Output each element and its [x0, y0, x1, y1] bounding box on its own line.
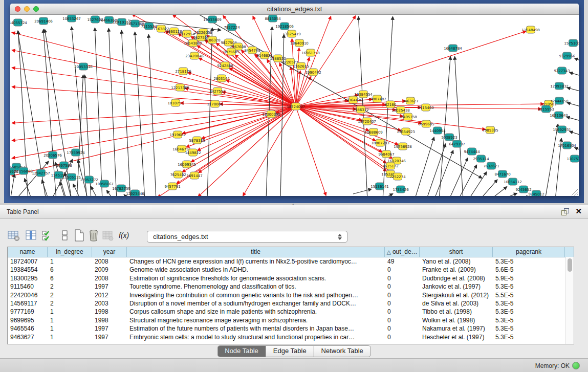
table-row[interactable]: 946554611997Estimation of the future num…: [8, 324, 574, 333]
table-row[interactable]: 946362711997Embryonic stem cells: a mode…: [8, 333, 574, 341]
network-node-label: 13325419: [282, 32, 301, 36]
network-node-label: 9115460: [418, 106, 433, 110]
table-cell: 2009: [92, 266, 127, 274]
column-header-year[interactable]: year: [92, 247, 127, 257]
tab-node-table[interactable]: Node Table: [217, 346, 266, 357]
network-node-label: 82160: [385, 103, 396, 107]
network-node-label: 10688609: [364, 130, 383, 135]
function-builder-icon[interactable]: f(x): [119, 231, 134, 247]
network-node-label: 12942757: [32, 171, 50, 176]
column-header-pagerank[interactable]: pagerank: [493, 247, 565, 257]
column-header-title[interactable]: title: [127, 247, 385, 257]
network-node-label: 9227343: [554, 69, 570, 73]
table-row[interactable]: 977716911998Corpus callosum shape and si…: [8, 308, 574, 316]
table-row[interactable]: 911546021997Tourette syndrome. Phenomeno…: [8, 282, 574, 291]
tab-edge-table[interactable]: Edge Table: [266, 346, 314, 357]
table-cell: Tibbo et al. (1998): [420, 308, 493, 316]
network-view-window: citations_edges.txt 18724007183002957163…: [10, 4, 579, 196]
network-node-label: 12923446: [126, 192, 144, 196]
table-cell: Hescheler et al. (1997): [420, 333, 493, 341]
table-cell: 2003: [92, 299, 127, 308]
table-cell: de Silva et al. (2003): [420, 299, 493, 308]
column-header-short[interactable]: short: [420, 247, 493, 257]
show-hide-columns-icon[interactable]: [41, 229, 56, 244]
table-vertical-scrollbar[interactable]: [565, 257, 574, 344]
close-panel-icon[interactable]: ✕: [575, 207, 582, 216]
network-edge: [91, 186, 98, 196]
table-cell: Tourette syndrome. Phenomenology and cla…: [127, 282, 385, 291]
table-cell: Yano et al. (2008): [420, 257, 493, 266]
new-document-icon[interactable]: [73, 229, 88, 244]
network-edge: [480, 180, 497, 196]
table-cell: 0: [385, 299, 420, 308]
network-node-label: 1919682: [169, 133, 185, 137]
node-table: namein_degreeyeartitle△out_de…shortpager…: [7, 247, 574, 344]
network-edge: [95, 28, 102, 196]
column-header-in_degree[interactable]: in_degree: [48, 247, 92, 257]
table-cell: 49: [385, 257, 420, 266]
table-cell: Estimation of the future numbers of pati…: [127, 324, 385, 333]
table-cell: 1997: [92, 333, 127, 341]
network-node-label: 1107533: [567, 157, 579, 161]
table-cell: 2012: [92, 291, 127, 299]
memory-status-label: Memory: OK: [535, 362, 570, 369]
network-node-label: 1449822: [185, 151, 201, 155]
row-view-icon[interactable]: [58, 229, 74, 244]
table-cell: 0: [385, 308, 420, 316]
network-edge: [292, 38, 296, 106]
table-cell: 9465546: [8, 324, 48, 333]
table-cell: 14569117: [8, 299, 48, 308]
table-cell: 5.3E-5: [493, 308, 565, 316]
network-edge: [545, 124, 558, 196]
column-header-name[interactable]: name: [8, 247, 48, 257]
table-panel-header: Table Panel ✕: [0, 205, 588, 219]
network-node-label: 16033809: [203, 18, 222, 22]
network-node-label: 13505135: [62, 176, 81, 180]
table-row[interactable]: 1830029562008Estimation of significance …: [8, 274, 574, 282]
select-column-icon[interactable]: [25, 229, 40, 244]
table-settings-icon[interactable]: [7, 229, 23, 244]
scrollbar-thumb[interactable]: [568, 258, 572, 272]
table-row[interactable]: 1872400712008Changes of HCN gene express…: [8, 257, 574, 266]
network-node-label: 12213369: [171, 86, 189, 90]
float-panel-icon[interactable]: [561, 208, 569, 215]
table-panel-title: Table Panel: [7, 208, 39, 215]
table-row[interactable]: 2242004622012Investigating the contribut…: [8, 291, 574, 299]
table-row[interactable]: 969969511998Structural magnetic resonanc…: [8, 316, 574, 324]
table-row[interactable]: 1456911722003Disruption of a novel membe…: [8, 299, 574, 308]
network-node-label: 19218506: [275, 25, 294, 29]
column-header-out_de[interactable]: △out_de…: [385, 247, 420, 257]
network-node-label: 8427552: [209, 90, 225, 94]
status-bar: Memory: OK: [0, 358, 588, 372]
network-node-label: 9329966: [559, 54, 575, 58]
network-edge: [296, 48, 299, 106]
network-edge: [200, 15, 482, 178]
table-cell: 1998: [92, 308, 127, 316]
network-node-label: 9699695: [418, 122, 434, 126]
tab-network-table[interactable]: Network Table: [314, 346, 371, 357]
network-window-titlebar[interactable]: citations_edges.txt: [10, 4, 579, 15]
table-cell: Nakamura et al. (1997): [420, 324, 493, 333]
table-cell: 0: [385, 333, 420, 341]
table-cell: 2: [48, 282, 92, 291]
table-cell: 0: [385, 324, 420, 333]
network-edge: [72, 27, 87, 196]
delete-icon[interactable]: [87, 229, 102, 244]
table-cell: 0: [385, 316, 420, 324]
network-node-label: 17016504: [558, 144, 576, 148]
table-cell: Jankovic et al. (1997): [420, 282, 493, 291]
network-node-label: 7857224: [224, 26, 240, 30]
table-selector-dropdown[interactable]: citations_edges.txt: [147, 231, 347, 243]
table-cell: 5.3E-5: [493, 333, 565, 341]
network-edge: [121, 30, 130, 196]
network-edge: [229, 68, 296, 106]
network-canvas[interactable]: 1872400718300295716382288601288912954232…: [10, 15, 579, 196]
table-cell: Franke et al. (2009): [420, 266, 493, 274]
table-row[interactable]: 1938455462009Genome-wide association stu…: [8, 266, 574, 274]
network-node-label: 17359924: [67, 151, 85, 155]
network-node-label: 5938923: [441, 136, 457, 140]
resize-grip-icon[interactable]: [572, 189, 578, 195]
network-desktop: citations_edges.txt 18724007183002957163…: [4, 0, 584, 203]
network-edge: [500, 193, 517, 196]
network-node-label: 18807293: [371, 141, 389, 145]
